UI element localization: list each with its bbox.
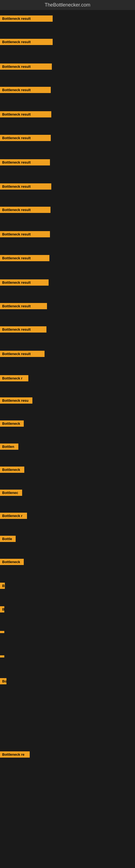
bottleneck-item-23[interactable]: Bottle <box>0 536 16 543</box>
bottleneck-item-1[interactable]: Bottleneck result <box>0 16 53 23</box>
bottleneck-item-2[interactable]: Bottleneck result <box>0 39 53 46</box>
bottleneck-label-19: Bottlen <box>0 443 18 450</box>
bottleneck-item-3[interactable]: Bottleneck result <box>0 63 52 71</box>
bottleneck-label-1: Bottleneck result <box>0 16 53 22</box>
bottleneck-item-20[interactable]: Bottleneck <box>0 467 24 474</box>
bottleneck-item-22[interactable]: Bottleneck r <box>0 513 27 520</box>
bottleneck-label-13: Bottleneck result <box>0 303 47 309</box>
bottleneck-label-17: Bottleneck resu <box>0 397 32 404</box>
bottleneck-item-27[interactable] <box>0 629 4 634</box>
site-title: TheBottlenecker.com <box>0 0 135 10</box>
bottleneck-label-4: Bottleneck result <box>0 87 51 93</box>
bottleneck-label-28 <box>0 655 4 657</box>
bottleneck-label-20: Bottleneck <box>0 467 24 473</box>
bottleneck-item-29[interactable]: Bo <box>0 678 6 685</box>
bottleneck-item-21[interactable]: Bottlenec <box>0 490 22 497</box>
bottleneck-item-16[interactable]: Bottleneck r <box>0 375 28 382</box>
bottleneck-label-12: Bottleneck result <box>0 279 49 286</box>
bottleneck-label-15: Bottleneck result <box>0 351 45 357</box>
bottleneck-label-3: Bottleneck result <box>0 63 52 70</box>
bottleneck-item-28[interactable] <box>0 654 4 659</box>
bottleneck-item-6[interactable]: Bottleneck result <box>0 135 51 142</box>
bottleneck-label-23: Bottle <box>0 536 16 542</box>
bottleneck-item-26[interactable]: B <box>0 606 4 614</box>
bottleneck-label-32: Bottleneck re <box>0 751 30 757</box>
bottleneck-item-15[interactable]: Bottleneck result <box>0 351 45 358</box>
bottleneck-label-9: Bottleneck result <box>0 207 50 213</box>
bottleneck-item-10[interactable]: Bottleneck result <box>0 231 50 239</box>
bottleneck-item-19[interactable]: Bottlen <box>0 443 18 451</box>
bottleneck-item-24[interactable]: Bottleneck <box>0 559 24 566</box>
bottleneck-item-12[interactable]: Bottleneck result <box>0 279 49 287</box>
bottleneck-item-5[interactable]: Bottleneck result <box>0 111 51 119</box>
bottleneck-label-24: Bottleneck <box>0 559 24 565</box>
bottleneck-label-26: B <box>0 606 4 613</box>
bottleneck-label-7: Bottleneck result <box>0 159 50 165</box>
bottleneck-item-13[interactable]: Bottleneck result <box>0 303 47 310</box>
bottleneck-item-14[interactable]: Bottleneck result <box>0 326 46 334</box>
bottleneck-label-21: Bottlenec <box>0 490 22 496</box>
bottleneck-label-16: Bottleneck r <box>0 375 28 381</box>
bottleneck-label-11: Bottleneck result <box>0 255 49 261</box>
bottleneck-item-4[interactable]: Bottleneck result <box>0 87 51 94</box>
bottleneck-label-25: B <box>0 583 5 589</box>
bottleneck-label-22: Bottleneck r <box>0 513 27 519</box>
bottleneck-item-7[interactable]: Bottleneck result <box>0 159 50 166</box>
bottleneck-label-18: Bottleneck <box>0 421 24 427</box>
bottleneck-label-10: Bottleneck result <box>0 231 50 237</box>
bottleneck-label-27 <box>0 631 4 633</box>
bottleneck-item-11[interactable]: Bottleneck result <box>0 255 49 262</box>
bottleneck-item-32[interactable]: Bottleneck re <box>0 751 30 759</box>
bottleneck-item-9[interactable]: Bottleneck result <box>0 207 50 214</box>
bottleneck-label-6: Bottleneck result <box>0 135 51 141</box>
bottleneck-item-25[interactable]: B <box>0 583 5 590</box>
bottleneck-label-29: Bo <box>0 678 6 684</box>
bottleneck-item-8[interactable]: Bottleneck result <box>0 183 51 191</box>
bottleneck-item-17[interactable]: Bottleneck resu <box>0 397 32 405</box>
bottleneck-label-5: Bottleneck result <box>0 111 51 118</box>
bottleneck-label-14: Bottleneck result <box>0 326 46 333</box>
bottleneck-item-18[interactable]: Bottleneck <box>0 421 24 428</box>
bottleneck-label-2: Bottleneck result <box>0 39 53 45</box>
bottleneck-label-8: Bottleneck result <box>0 183 51 190</box>
